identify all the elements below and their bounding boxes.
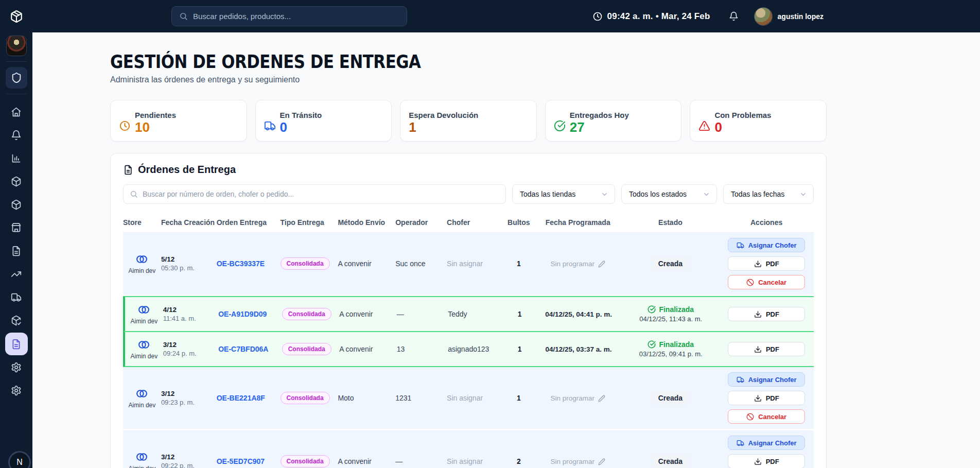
global-search-input[interactable] <box>193 12 399 21</box>
orders-search-input[interactable] <box>143 190 499 198</box>
store-name: Aimin dev <box>130 318 157 325</box>
store-logo-icon <box>137 338 150 351</box>
truck-icon <box>11 292 22 303</box>
download-icon <box>754 458 762 465</box>
order-link[interactable]: OE-BC39337E <box>217 259 265 268</box>
stat-value: 0 <box>714 120 771 134</box>
download-icon <box>754 345 762 353</box>
check-circle-icon <box>647 340 656 349</box>
sidebar-item-gear[interactable] <box>5 356 28 379</box>
orders-panel-title: Órdenes de Entrega <box>138 164 236 176</box>
cancel-button[interactable]: Cancelar <box>728 409 805 424</box>
schedule-empty: Sin programar <box>550 260 605 268</box>
delivery-type-badge: Consolidada <box>281 455 330 467</box>
status-filter-select[interactable]: Todos los estados <box>621 184 717 204</box>
document-icon <box>11 246 22 256</box>
store-logo-icon <box>135 450 148 463</box>
stat-value: 10 <box>135 120 176 134</box>
datetime-label: 09:42 a. m. • Mar, 24 Feb <box>607 11 710 22</box>
stat-label: Entregados Hoy <box>570 111 629 119</box>
shipping-method-cell: A convenir <box>338 259 395 268</box>
stat-label: Con Problemas <box>714 111 771 119</box>
search-icon <box>130 190 138 198</box>
pdf-button[interactable]: PDF <box>728 307 805 321</box>
pencil-icon[interactable] <box>598 458 605 465</box>
store-name: Aimin dev <box>129 465 156 468</box>
order-link[interactable]: OE-5ED7C907 <box>217 457 265 465</box>
date-filter-select[interactable]: Todas las fechas <box>723 184 814 204</box>
delivery-type-badge: Consolidada <box>282 343 331 355</box>
user-avatar[interactable] <box>754 7 773 26</box>
sidebar-item-truck[interactable] <box>5 286 28 309</box>
orders-table: StoreFecha CreaciónOrden EntregaTipo Ent… <box>123 212 814 468</box>
sidebar-item-store[interactable] <box>5 216 28 239</box>
scheduled-date-cell: Sin programar <box>534 394 622 402</box>
home-icon <box>11 107 22 117</box>
status-date: 03/12/25, 09:41 p. m. <box>639 350 703 358</box>
cancel-button[interactable]: Cancelar <box>728 275 805 289</box>
pdf-button[interactable]: PDF <box>728 256 805 271</box>
sidebar-item-chart[interactable] <box>5 147 28 170</box>
stat-value: 27 <box>570 120 629 134</box>
column-header: Chofer <box>447 218 503 227</box>
order-link[interactable]: OE-C7BFD06A <box>218 345 268 353</box>
pdf-button[interactable]: PDF <box>728 342 805 356</box>
stat-card: En Tránsito0 <box>255 100 392 142</box>
sidebar-item-gear[interactable] <box>5 379 28 402</box>
shipping-method-cell: A convenir <box>339 345 397 353</box>
store-logo-icon <box>135 253 148 266</box>
order-link[interactable]: OE-BE221A8F <box>217 394 265 402</box>
sidebar-item-trend[interactable] <box>5 263 28 286</box>
column-header: Store <box>123 218 161 227</box>
orders-search[interactable] <box>123 184 506 204</box>
chevron-down-icon <box>799 190 807 198</box>
actions-cell: Asignar ChoferPDFCancelar <box>719 372 814 424</box>
column-header: Orden Entrega <box>217 218 281 227</box>
trend-icon <box>11 269 22 280</box>
sidebar-item-box[interactable] <box>5 193 28 216</box>
shipping-method-cell: A convenir <box>339 310 397 318</box>
store-filter-select[interactable]: Todas las tiendas <box>512 184 615 204</box>
store-name: Aimin dev <box>130 353 157 360</box>
shipping-method-cell: A convenir <box>338 457 395 465</box>
order-link[interactable]: OE-A91D9D09 <box>218 310 267 318</box>
packages-cell: 1 <box>504 345 535 353</box>
global-search[interactable] <box>171 6 407 26</box>
store-cell: Aimin dev <box>125 338 163 360</box>
actions-cell: PDF <box>720 342 814 356</box>
pdf-button[interactable]: PDF <box>728 454 805 468</box>
assign-driver-button[interactable]: Asignar Chofer <box>728 372 805 387</box>
stat-label: Espera Devolución <box>409 111 478 119</box>
status-cell: Creada <box>622 455 720 468</box>
sidebar-item-security[interactable] <box>6 67 27 89</box>
sidebar-item-box[interactable] <box>5 170 28 193</box>
workspace-avatar[interactable] <box>6 36 27 56</box>
assign-driver-button[interactable]: Asignar Chofer <box>728 436 805 450</box>
notifications-bell-icon[interactable] <box>729 11 739 21</box>
app-logo[interactable] <box>0 0 32 32</box>
sidebar-item-bell[interactable] <box>5 124 28 147</box>
box-check-icon <box>11 315 22 326</box>
assign-driver-button[interactable]: Asignar Chofer <box>728 238 805 252</box>
operator-cell: Suc once <box>395 259 447 268</box>
creation-date-cell: 3/1209:23 p. m. <box>161 390 217 406</box>
sidebar-item-document[interactable] <box>5 239 28 263</box>
date-filter-value: Todas las fechas <box>731 190 784 198</box>
packages-cell: 1 <box>503 259 534 268</box>
pencil-icon[interactable] <box>598 395 605 402</box>
stat-label: En Tránsito <box>280 111 322 119</box>
download-icon <box>754 260 762 268</box>
column-header: Tipo Entrega <box>281 218 338 227</box>
column-header: Bultos <box>503 218 534 227</box>
download-icon <box>754 310 762 318</box>
operator-cell: 13 <box>397 345 448 353</box>
pdf-button[interactable]: PDF <box>728 391 805 405</box>
operator-cell: — <box>395 457 447 465</box>
sidebar-item-box-check[interactable] <box>5 309 28 332</box>
sidebar-item-document[interactable] <box>5 333 28 355</box>
table-row: Aimin dev5/1205:30 p. m.OE-BC39337EConso… <box>123 233 814 296</box>
pencil-icon[interactable] <box>598 261 605 268</box>
sidebar-item-home[interactable] <box>5 100 28 124</box>
check-circle-icon <box>554 120 566 132</box>
creation-date-cell: 4/1211:41 a. m. <box>163 306 219 322</box>
